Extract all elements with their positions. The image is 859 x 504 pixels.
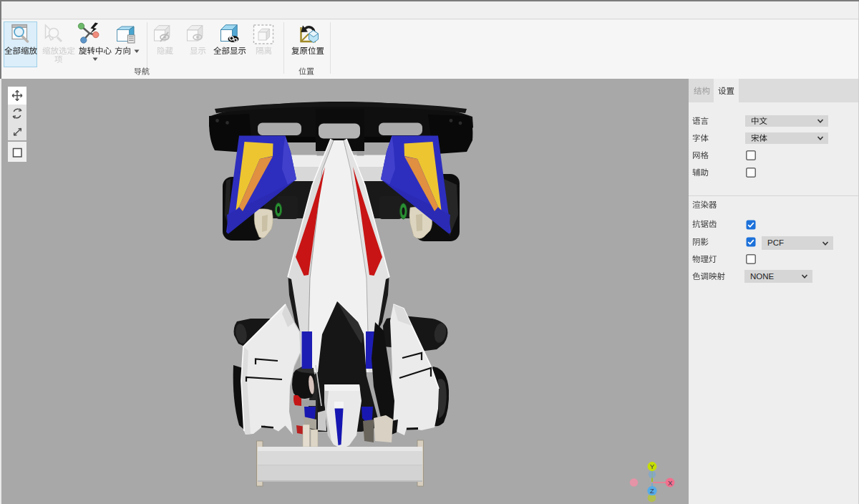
svg-text:Y: Y [650, 462, 655, 470]
svg-text:Z: Z [650, 487, 654, 495]
svg-text:X: X [668, 479, 673, 487]
